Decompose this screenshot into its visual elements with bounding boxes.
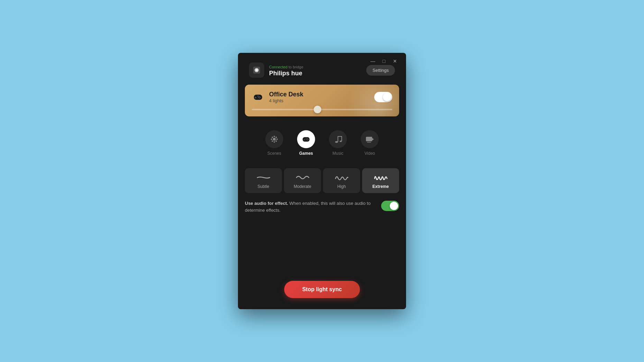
device-card-bottom [252, 109, 392, 110]
extreme-wave-icon [374, 174, 388, 181]
audio-row: Use audio for effect. When enabled, this… [245, 200, 399, 213]
header-text: Connected to bridge Philips hue [269, 64, 303, 77]
subtle-label: Subtle [257, 184, 269, 189]
svg-rect-33 [366, 137, 372, 141]
intensity-high[interactable]: High [323, 168, 360, 193]
device-icon [252, 91, 264, 103]
hue-logo [249, 63, 264, 78]
device-name: Office Desk [269, 91, 303, 98]
intensity-moderate[interactable]: Moderate [284, 168, 321, 193]
svg-point-19 [276, 137, 277, 138]
svg-marker-34 [372, 138, 374, 141]
device-card-left: Office Desk 4 lights [252, 91, 303, 103]
svg-point-25 [307, 140, 308, 141]
audio-toggle-slider [381, 201, 399, 211]
app-window: — □ ✕ Connected to bridge Philips hue Se… [238, 53, 406, 309]
svg-point-11 [273, 138, 276, 141]
tab-music[interactable]: Music [323, 127, 352, 159]
audio-description: Use audio for effect. When enabled, this… [245, 200, 374, 213]
scenes-icon [265, 130, 283, 148]
brightness-thumb[interactable] [314, 106, 321, 113]
games-icon [297, 130, 315, 148]
svg-point-8 [259, 98, 260, 99]
title-bar: — □ ✕ [362, 53, 406, 69]
intensity-extreme[interactable]: Extreme [362, 168, 399, 193]
svg-point-14 [271, 139, 272, 140]
svg-rect-32 [338, 136, 342, 137]
svg-rect-31 [341, 136, 342, 141]
svg-rect-30 [338, 136, 338, 142]
svg-point-7 [260, 97, 261, 98]
tab-video[interactable]: Video [355, 127, 384, 159]
moderate-label: Moderate [294, 184, 311, 189]
stop-light-sync-button[interactable]: Stop light sync [284, 281, 360, 298]
svg-point-13 [274, 141, 275, 143]
device-card-top: Office Desk 4 lights [252, 91, 392, 103]
svg-point-24 [308, 139, 309, 140]
mode-tabs: Scenes Games [238, 116, 406, 163]
close-button[interactable]: ✕ [389, 57, 401, 65]
device-card: Office Desk 4 lights [245, 85, 399, 116]
tab-scenes[interactable]: Scenes [260, 127, 289, 159]
toggle-slider [374, 92, 392, 102]
maximize-button[interactable]: □ [378, 57, 389, 65]
high-label: High [337, 184, 346, 189]
subtle-wave-icon [257, 174, 270, 181]
moderate-wave-icon [296, 174, 310, 181]
svg-point-6 [259, 96, 260, 97]
svg-rect-22 [303, 140, 305, 140]
brightness-track[interactable] [252, 109, 392, 110]
svg-rect-27 [305, 138, 307, 139]
header-left: Connected to bridge Philips hue [249, 63, 303, 78]
scenes-label: Scenes [267, 151, 281, 156]
tab-games[interactable]: Games [292, 127, 321, 159]
svg-point-17 [276, 141, 277, 142]
svg-rect-10 [257, 96, 259, 96]
high-wave-icon [335, 174, 349, 181]
video-label: Video [365, 151, 375, 156]
svg-point-2 [256, 69, 258, 71]
minimize-button[interactable]: — [367, 57, 378, 65]
intensity-row: Subtle Moderate High [238, 163, 406, 193]
svg-rect-35 [367, 142, 371, 143]
audio-toggle[interactable] [381, 201, 399, 211]
extreme-label: Extreme [372, 184, 389, 189]
svg-point-16 [272, 137, 273, 138]
intensity-subtle[interactable]: Subtle [245, 168, 282, 193]
svg-point-18 [272, 141, 273, 142]
device-toggle[interactable] [374, 92, 392, 102]
svg-point-23 [307, 138, 308, 139]
device-info: Office Desk 4 lights [269, 91, 303, 103]
connection-status: Connected to bridge [269, 64, 303, 70]
svg-point-9 [258, 97, 259, 98]
svg-point-15 [276, 139, 278, 140]
svg-point-26 [306, 139, 307, 140]
video-icon [361, 130, 379, 148]
svg-point-28 [335, 141, 338, 143]
music-label: Music [332, 151, 343, 156]
games-label: Games [299, 151, 313, 156]
svg-point-12 [274, 136, 275, 137]
device-lights: 4 lights [269, 98, 303, 103]
music-icon [329, 130, 347, 148]
svg-rect-5 [255, 97, 257, 98]
brand-name: Philips hue [269, 70, 303, 77]
audio-bold: Use audio for effect. [245, 201, 288, 206]
